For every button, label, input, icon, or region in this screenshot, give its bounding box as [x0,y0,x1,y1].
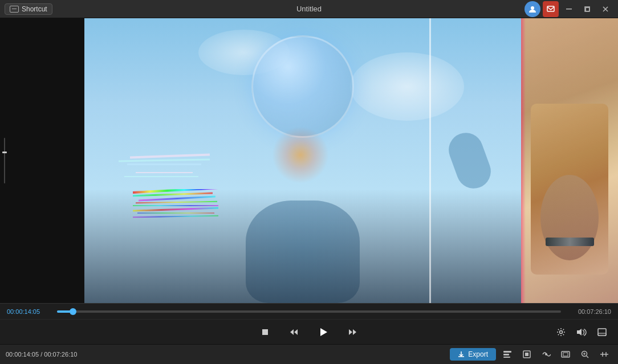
svg-rect-1 [547,6,554,11]
timeline-area: 00:00:14:05 00:07:26:10 [0,303,618,319]
play-button[interactable] [313,322,334,342]
timecode-display: 00:00:14:05 / 00:07:26:10 [6,351,108,358]
glitch-green-2 [124,176,198,177]
split-line [429,18,431,303]
export-button[interactable]: Export [450,348,496,361]
close-icon [603,6,608,12]
svg-rect-7 [262,329,268,335]
export-icon [458,351,465,358]
main-content: 00:00:14:05 00:07:26:10 [0,18,618,364]
controls-right [552,323,611,341]
stop-button[interactable] [256,323,274,341]
titlebar: Shortcut Untitled [0,0,618,18]
volume-slider-track [4,138,5,183]
glitch-red-2 [136,172,193,173]
svg-rect-25 [563,353,568,356]
svg-point-13 [560,330,563,333]
titlebar-left: Shortcut [5,3,52,15]
svg-point-0 [531,6,534,10]
shortcut-label: Shortcut [22,5,47,13]
svg-point-23 [545,353,547,355]
foreground-shadow [84,189,521,303]
forward-button[interactable] [344,323,362,341]
close-button[interactable] [597,2,613,16]
minimize-icon [566,9,572,10]
timeline-view-icon [503,350,512,358]
user-icon [528,5,536,13]
svg-rect-18 [503,351,511,353]
right-glitch-overlay [521,18,618,303]
zoom-button[interactable] [577,346,593,362]
svg-marker-11 [349,329,352,335]
volume-button[interactable] [572,323,591,341]
output-button[interactable] [558,346,574,362]
svg-rect-20 [503,357,510,358]
clip-button[interactable] [519,346,535,362]
volume-slider-thumb [2,152,7,153]
settings-button[interactable] [552,323,570,341]
left-slider[interactable] [0,132,9,189]
fullscreen-button[interactable] [593,323,611,341]
mail-button[interactable] [543,1,559,17]
volume-icon [576,328,587,336]
scene-detect-button[interactable] [538,346,554,362]
controls-wrapper [0,322,618,342]
svg-rect-16 [599,333,605,336]
progress-thumb [70,308,76,315]
svg-marker-14 [577,329,582,336]
mail-icon [547,6,555,12]
total-time-display: 00:07:26:10 [566,308,611,315]
trim-button[interactable] [596,346,612,362]
glitch-blue-1 [127,163,201,165]
clip-icon [523,350,531,358]
shortcut-button[interactable]: Shortcut [5,3,52,15]
progress-bar[interactable] [57,310,561,313]
trim-icon [600,351,609,357]
user-avatar-button[interactable] [525,1,540,17]
svg-rect-19 [503,354,509,355]
zoom-icon [581,350,589,358]
rewind-button[interactable] [284,323,303,341]
left-edge-fringe [521,18,526,303]
svg-line-27 [587,356,589,358]
svg-rect-4 [586,7,589,11]
svg-marker-8 [290,329,294,335]
maximize-button[interactable] [579,2,595,16]
fullscreen-icon [597,328,607,336]
controls-area [0,319,618,344]
left-panel [0,18,84,303]
playback-controls [256,322,362,342]
video-frame [84,18,521,303]
svg-rect-22 [525,353,528,356]
progress-fill [57,310,73,313]
maximize-icon [584,6,590,12]
svg-rect-2 [566,9,572,10]
video-canvas[interactable] [84,18,521,303]
svg-marker-12 [353,329,356,335]
scene-detect-icon [542,350,551,358]
window-title: Untitled [296,5,322,13]
minimize-button[interactable] [561,2,577,16]
export-label: Export [468,350,488,358]
output-icon [561,351,570,358]
cloud-1 [350,52,464,121]
shortcut-icon [10,6,19,13]
settings-icon [556,328,566,337]
svg-marker-10 [320,328,327,336]
right-panel-image [521,18,618,303]
helmet [251,35,354,138]
svg-marker-9 [294,329,298,335]
video-area [0,18,618,303]
right-panel [521,18,618,303]
titlebar-right [525,1,613,17]
face-glow [272,126,329,183]
bottom-toolbar: 00:00:14:05 / 00:07:26:10 Export [0,344,618,364]
current-time-display: 00:00:14:05 [7,308,52,315]
timeline-view-button[interactable] [499,346,515,362]
